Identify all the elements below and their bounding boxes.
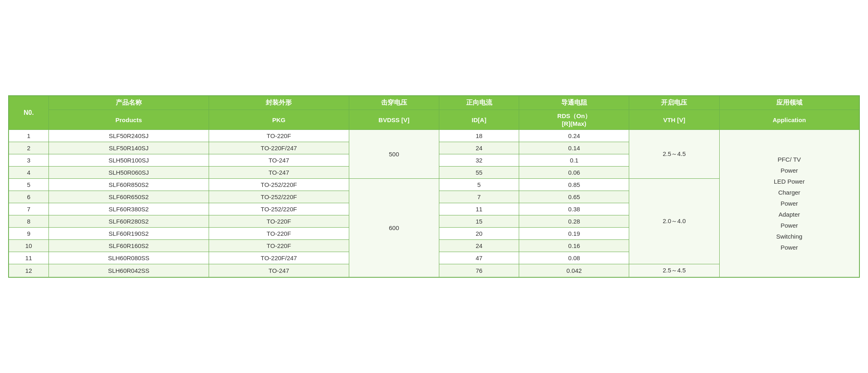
cell-id: 7 [439, 191, 519, 203]
cell-pkg: TO-252/220F [209, 203, 349, 215]
cell-product: SLF60R160S2 [48, 240, 209, 252]
cell-pkg: TO-247 [209, 264, 349, 278]
cell-product: SLF60R850S2 [48, 179, 209, 191]
cell-no: 1 [9, 130, 48, 142]
cell-rds: 0.08 [519, 252, 629, 264]
cell-pkg: TO-247 [209, 154, 349, 167]
cell-product: SLF60R380S2 [48, 203, 209, 215]
cell-no: 8 [9, 215, 48, 228]
cell-pkg: TO-220F [209, 228, 349, 240]
cell-pkg: TO-252/220F [209, 191, 349, 203]
col-pkg-header-zh: 封装外形 [209, 96, 349, 110]
table-wrapper: N0. 产品名称 封装外形 击穿电压 正向电流 导通电阻 开启电压 应用领域 P… [8, 95, 860, 278]
cell-no: 5 [9, 179, 48, 191]
cell-rds: 0.65 [519, 191, 629, 203]
cell-no: 4 [9, 167, 48, 179]
header-row-english: Products PKG BVDSS [V] ID[A] RDS（On）[R](… [9, 110, 859, 130]
cell-id: 55 [439, 167, 519, 179]
cell-pkg: TO-220F [209, 215, 349, 228]
cell-rds: 0.16 [519, 240, 629, 252]
cell-id: 24 [439, 240, 519, 252]
cell-rds: 0.19 [519, 228, 629, 240]
cell-product: SLH60R080SS [48, 252, 209, 264]
cell-id: 5 [439, 179, 519, 191]
col-pkg-header-en: PKG [209, 110, 349, 130]
col-id-header-en: ID[A] [439, 110, 519, 130]
table-body: 1SLF50R240SJTO-220F500180.242.5～4.5PFC/ … [9, 130, 859, 278]
cell-product: SLF60R280S2 [48, 215, 209, 228]
table-row: 1SLF50R240SJTO-220F500180.242.5～4.5PFC/ … [9, 130, 859, 142]
col-app-header-zh: 应用领域 [719, 96, 859, 110]
col-rds-header-zh: 导通电阻 [519, 96, 629, 110]
cell-id: 47 [439, 252, 519, 264]
cell-pkg: TO-220F [209, 240, 349, 252]
cell-no: 3 [9, 154, 48, 167]
cell-rds: 0.14 [519, 142, 629, 154]
cell-rds: 0.1 [519, 154, 629, 167]
cell-bvdss: 600 [349, 179, 439, 278]
cell-rds: 0.38 [519, 203, 629, 215]
product-table: N0. 产品名称 封装外形 击穿电压 正向电流 导通电阻 开启电压 应用领域 P… [8, 95, 860, 278]
cell-pkg: TO-220F/247 [209, 142, 349, 154]
header-row-chinese: N0. 产品名称 封装外形 击穿电压 正向电流 导通电阻 开启电压 应用领域 [9, 96, 859, 110]
col-bvdss-header-en: BVDSS [V] [349, 110, 439, 130]
cell-id: 76 [439, 264, 519, 278]
cell-product: SLH50R060SJ [48, 167, 209, 179]
cell-no: 12 [9, 264, 48, 278]
cell-product: SLH60R042SS [48, 264, 209, 278]
cell-id: 11 [439, 203, 519, 215]
cell-id: 20 [439, 228, 519, 240]
cell-no: 10 [9, 240, 48, 252]
col-bvdss-header-zh: 击穿电压 [349, 96, 439, 110]
cell-id: 32 [439, 154, 519, 167]
cell-no: 7 [9, 203, 48, 215]
cell-vth: 2.5～4.5 [629, 130, 719, 179]
col-vth-header-en: VTH [V] [629, 110, 719, 130]
cell-product: SLF50R140SJ [48, 142, 209, 154]
cell-product: SLF50R240SJ [48, 130, 209, 142]
col-rds-header-en: RDS（On）[R](Max) [519, 110, 629, 130]
col-app-header-en: Application [719, 110, 859, 130]
cell-rds: 0.85 [519, 179, 629, 191]
col-id-header-zh: 正向电流 [439, 96, 519, 110]
cell-id: 18 [439, 130, 519, 142]
cell-rds: 0.28 [519, 215, 629, 228]
cell-id: 15 [439, 215, 519, 228]
cell-pkg: TO-247 [209, 167, 349, 179]
cell-no: 2 [9, 142, 48, 154]
cell-rds: 0.06 [519, 167, 629, 179]
cell-pkg: TO-220F [209, 130, 349, 142]
col-product-header-en: Products [48, 110, 209, 130]
cell-pkg: TO-252/220F [209, 179, 349, 191]
cell-product: SLH50R100SJ [48, 154, 209, 167]
cell-no: 9 [9, 228, 48, 240]
cell-pkg: TO-220F/247 [209, 252, 349, 264]
cell-app: PFC/ TVPowerLED PowerChargerPowerAdapter… [719, 130, 859, 278]
col-product-header-zh: 产品名称 [48, 96, 209, 110]
cell-product: SLF60R650S2 [48, 191, 209, 203]
cell-no: 11 [9, 252, 48, 264]
cell-bvdss: 500 [349, 130, 439, 179]
cell-product: SLF60R190S2 [48, 228, 209, 240]
cell-no: 6 [9, 191, 48, 203]
cell-rds: 0.24 [519, 130, 629, 142]
cell-vth: 2.5～4.5 [629, 264, 719, 278]
cell-rds: 0.042 [519, 264, 629, 278]
cell-vth: 2.0～4.0 [629, 179, 719, 264]
col-vth-header-zh: 开启电压 [629, 96, 719, 110]
cell-id: 24 [439, 142, 519, 154]
col-no-header: N0. [9, 96, 48, 130]
